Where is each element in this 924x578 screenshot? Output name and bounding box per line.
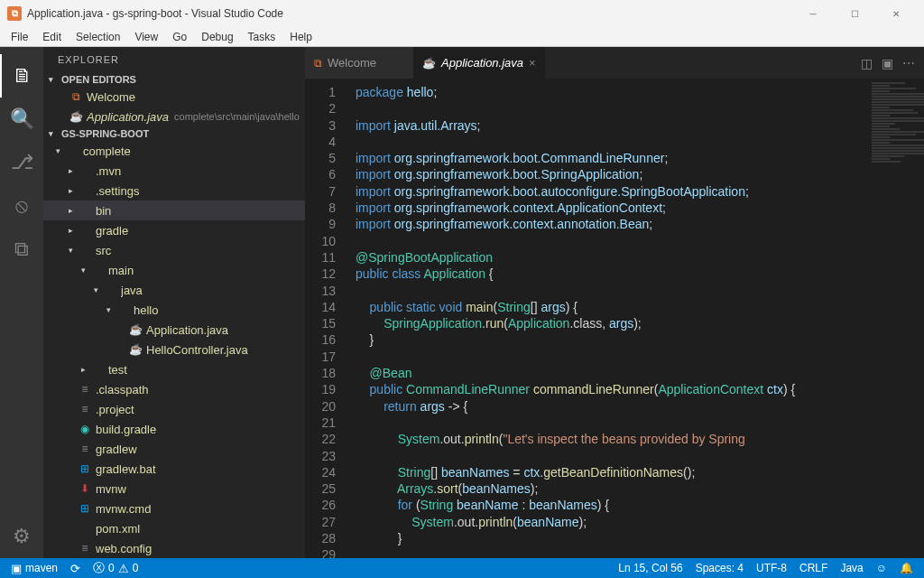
menu-tasks[interactable]: Tasks xyxy=(241,29,283,45)
menu-selection[interactable]: Selection xyxy=(69,29,127,45)
menu-view[interactable]: View xyxy=(127,29,165,45)
chevron-down-icon: ▾ xyxy=(106,305,116,314)
chevron-right-icon: ▸ xyxy=(69,166,78,175)
item-label: complete xyxy=(83,144,131,158)
tree-item[interactable]: ▾complete xyxy=(43,141,305,161)
menu-file[interactable]: File xyxy=(4,29,35,45)
problems-status[interactable]: ⓧ0 ⚠0 xyxy=(89,560,142,576)
file-icon: ≡ xyxy=(78,383,92,396)
file-icon: ⊞ xyxy=(78,502,92,515)
minimap[interactable] xyxy=(870,79,924,558)
source-control-icon[interactable]: ⎇ xyxy=(0,141,43,184)
more-icon[interactable]: ⋯ xyxy=(902,56,915,70)
warning-icon: ⚠ xyxy=(118,562,129,575)
language-status[interactable]: Java xyxy=(836,562,866,574)
open-editor-item[interactable]: ☕Application.javacomplete\src\main\java\… xyxy=(43,107,305,126)
sync-status[interactable]: ⟳ xyxy=(67,562,84,575)
menu-help[interactable]: Help xyxy=(282,29,319,45)
file-path: complete\src\main\java\hello xyxy=(174,111,300,122)
menu-go[interactable]: Go xyxy=(165,29,194,45)
code-editor[interactable]: 1234567891011121314151617181920212223242… xyxy=(305,79,924,558)
chevron-down-icon: ▾ xyxy=(94,285,103,294)
tree-item[interactable]: pom.xml xyxy=(43,518,305,538)
settings-icon[interactable]: ⚙ xyxy=(0,515,43,558)
status-bar: ▣maven ⟳ ⓧ0 ⚠0 Ln 15, Col 56 Spaces: 4 U… xyxy=(0,558,924,578)
chevron-down-icon: ▾ xyxy=(69,246,78,255)
editor-tab[interactable]: ⧉Welcome xyxy=(305,47,413,79)
feedback-icon[interactable]: ☺ xyxy=(873,562,891,574)
tree-item[interactable]: ▸bin xyxy=(43,200,305,220)
file-icon: ☕ xyxy=(128,323,143,336)
workspace-label: GS-SPRING-BOOT xyxy=(61,128,149,139)
explorer-sidebar: EXPLORER ▾ OPEN EDITORS ⧉Welcome☕Applica… xyxy=(43,47,305,558)
tab-label: Application.java xyxy=(441,56,523,70)
tree-item[interactable]: ▸.mvn xyxy=(43,161,305,181)
maximize-button[interactable]: ☐ xyxy=(834,0,875,27)
item-label: main xyxy=(108,264,134,277)
menu-debug[interactable]: Debug xyxy=(194,29,240,45)
maven-status[interactable]: ▣maven xyxy=(7,562,61,575)
menubar: FileEditSelectionViewGoDebugTasksHelp xyxy=(0,27,924,47)
item-label: gradlew xyxy=(96,443,137,456)
menu-edit[interactable]: Edit xyxy=(35,29,69,45)
vscode-icon: ⧉ xyxy=(7,6,22,21)
file-name: Application.java xyxy=(87,110,169,124)
window-titlebar: ⧉ Application.java - gs-spring-boot - Vi… xyxy=(0,0,924,27)
tree-item[interactable]: ⬇mvnw xyxy=(43,479,305,499)
search-icon[interactable]: 🔍 xyxy=(0,98,43,141)
item-label: hello xyxy=(134,303,158,317)
tree-item[interactable]: ▾src xyxy=(43,240,305,260)
item-label: pom.xml xyxy=(96,522,140,536)
tree-item[interactable]: ≡web.config xyxy=(43,538,305,558)
activity-bar: 🗎 🔍 ⎇ ⦸ ⧉ ⚙ xyxy=(0,47,43,558)
file-icon: ☕ xyxy=(128,343,143,356)
tree-item[interactable]: ▾main xyxy=(43,260,305,280)
code-content[interactable]: package hello; import java.util.Arrays; … xyxy=(348,79,870,558)
sidebar-title: EXPLORER xyxy=(43,47,305,72)
editor-tab[interactable]: ☕Application.java× xyxy=(413,47,545,79)
chevron-down-icon: ▾ xyxy=(49,129,58,138)
open-editor-item[interactable]: ⧉Welcome xyxy=(43,87,305,107)
explorer-icon[interactable]: 🗎 xyxy=(0,54,43,98)
tree-item[interactable]: ▾hello xyxy=(43,300,305,320)
chevron-down-icon: ▾ xyxy=(49,75,58,84)
chevron-right-icon: ▸ xyxy=(81,365,90,374)
file-icon: ⬇ xyxy=(78,482,92,495)
item-label: HelloController.java xyxy=(146,343,248,357)
item-label: test xyxy=(108,363,127,377)
tree-item[interactable]: ☕Application.java xyxy=(43,320,305,340)
open-editors-list: ⧉Welcome☕Application.javacomplete\src\ma… xyxy=(43,87,305,126)
tree-item[interactable]: ≡gradlew xyxy=(43,439,305,459)
file-icon: ≡ xyxy=(78,542,92,555)
extensions-icon[interactable]: ⧉ xyxy=(0,228,43,271)
debug-icon[interactable]: ⦸ xyxy=(0,184,43,228)
close-icon[interactable]: × xyxy=(529,56,536,70)
split-editor-icon[interactable]: ◫ xyxy=(861,56,873,70)
layout-icon[interactable]: ▣ xyxy=(882,56,893,70)
encoding-status[interactable]: UTF-8 xyxy=(753,562,790,574)
tree-item[interactable]: ▸test xyxy=(43,359,305,379)
chevron-right-icon: ▸ xyxy=(69,206,78,215)
cursor-position[interactable]: Ln 15, Col 56 xyxy=(614,562,686,574)
file-icon: ⧉ xyxy=(69,90,83,103)
item-label: web.config xyxy=(96,542,152,555)
tree-item[interactable]: ≡.classpath xyxy=(43,379,305,399)
indent-status[interactable]: Spaces: 4 xyxy=(692,562,747,574)
workspace-header[interactable]: ▾ GS-SPRING-BOOT xyxy=(43,126,305,141)
item-label: .settings xyxy=(96,184,139,198)
tree-item[interactable]: ▸.settings xyxy=(43,181,305,200)
tree-item[interactable]: ≡.project xyxy=(43,399,305,419)
open-editors-header[interactable]: ▾ OPEN EDITORS xyxy=(43,72,305,87)
tree-item[interactable]: ▾java xyxy=(43,280,305,300)
close-button[interactable]: ✕ xyxy=(875,0,917,27)
eol-status[interactable]: CRLF xyxy=(796,562,831,574)
tree-item[interactable]: ⊞mvnw.cmd xyxy=(43,499,305,518)
tree-item[interactable]: ◉build.gradle xyxy=(43,419,305,439)
tree-item[interactable]: ▸gradle xyxy=(43,220,305,240)
notifications-icon[interactable]: 🔔 xyxy=(896,562,917,574)
tree-item[interactable]: ⊞gradlew.bat xyxy=(43,459,305,479)
item-label: mvnw.cmd xyxy=(96,502,151,516)
tree-item[interactable]: ☕HelloController.java xyxy=(43,340,305,359)
minimize-button[interactable]: ─ xyxy=(792,0,834,27)
file-tree: ▾complete▸.mvn▸.settings▸bin▸gradle▾src▾… xyxy=(43,141,305,558)
